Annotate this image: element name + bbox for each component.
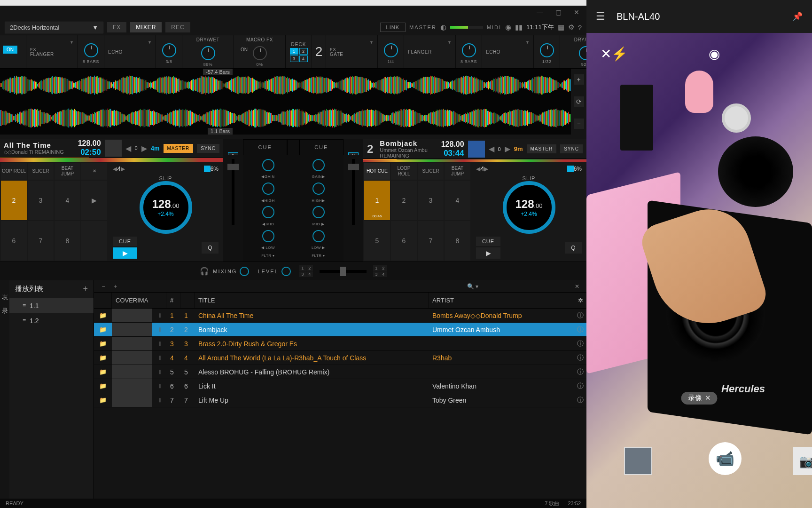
pad-b-1[interactable]: 100:46 bbox=[364, 181, 390, 220]
col-cover[interactable]: COVERIMA bbox=[112, 293, 152, 308]
fx2-s3-knob[interactable] bbox=[540, 43, 554, 57]
browser-collapse-icon[interactable]: − bbox=[100, 283, 107, 290]
fx2-slot2-select[interactable]: FLANGER▼ bbox=[404, 35, 456, 68]
midi-icon[interactable]: ◉ bbox=[505, 23, 511, 32]
deck-a-keylock-icon[interactable] bbox=[204, 166, 211, 172]
filter-b[interactable]: FLTR ▾ bbox=[312, 254, 325, 258]
fx1-slot2-select[interactable]: ECHO▼ bbox=[104, 35, 156, 68]
mid-a[interactable] bbox=[262, 206, 274, 218]
deck-b-cue[interactable]: CUE bbox=[476, 237, 500, 246]
deck-b-next-icon[interactable]: ▶ bbox=[505, 144, 510, 153]
pad-a-5[interactable]: 6 bbox=[1, 221, 27, 261]
deck-a-next-icon[interactable]: ▶ bbox=[141, 144, 147, 153]
fx1-drywet-knob[interactable] bbox=[201, 46, 215, 60]
wave-swap-icon[interactable]: ⟳ bbox=[574, 96, 584, 107]
pad-tab-hotcue[interactable]: HOT CUE bbox=[364, 163, 390, 180]
fx2-s1-knob[interactable] bbox=[384, 43, 398, 57]
low-a[interactable] bbox=[262, 230, 274, 242]
cue-a[interactable]: CUE bbox=[243, 139, 287, 155]
pad-b-6[interactable]: 6 bbox=[391, 221, 417, 261]
record-mode-badge[interactable]: 录像✕ bbox=[681, 392, 718, 405]
fx1-slot1-select[interactable]: FXFLANGER▼ bbox=[26, 35, 78, 68]
low-b[interactable] bbox=[312, 230, 325, 242]
win-close-icon[interactable]: ✕ bbox=[574, 8, 579, 16]
deck-b-master[interactable]: MASTER bbox=[527, 144, 557, 153]
deck-b-sync[interactable]: SYNC bbox=[560, 144, 583, 153]
deck-a-overview[interactable] bbox=[0, 158, 223, 162]
pad-a-4[interactable]: ▶ bbox=[81, 181, 107, 220]
fx1-slot1-knob[interactable] bbox=[84, 43, 98, 57]
mid-b[interactable] bbox=[312, 206, 325, 218]
deck-b-prev-icon[interactable]: ◀ bbox=[489, 144, 494, 153]
pad-a-1[interactable]: 2 bbox=[1, 181, 27, 220]
playlist-item[interactable]: ≡1.2 bbox=[9, 313, 94, 328]
deck-a-quantize[interactable]: Q bbox=[202, 242, 219, 254]
high-a[interactable] bbox=[262, 183, 274, 195]
deck-b-jog[interactable]: 128.00 +2.4% bbox=[503, 181, 555, 234]
wave-zoom-out[interactable]: − bbox=[574, 119, 584, 129]
pad-tab-slicer[interactable]: SLICER bbox=[28, 163, 54, 180]
deck-b-keylock-icon[interactable] bbox=[567, 166, 574, 172]
fader-a[interactable] bbox=[232, 159, 234, 225]
col-hash[interactable]: # bbox=[166, 293, 180, 308]
browser-close-icon[interactable]: ✕ bbox=[573, 283, 581, 290]
pad-b-8[interactable]: 8 bbox=[445, 221, 470, 261]
fx1-slot2-knob[interactable] bbox=[162, 43, 176, 57]
track-row[interactable]: 📁⦀44All Around The World (La La La)-R3ha… bbox=[94, 351, 586, 365]
phone-menu-icon[interactable]: ☰ bbox=[596, 10, 605, 23]
mixing-knob[interactable] bbox=[240, 267, 249, 276]
fx2-s2-knob[interactable] bbox=[462, 43, 476, 57]
fx2-slot1-select[interactable]: FXGATE▼ bbox=[326, 35, 378, 68]
deck-b-jognum-dec[interactable]: ◀ bbox=[476, 166, 480, 172]
track-row[interactable]: 📁⦀22BombjackUmmet Ozcan Ambushⓘ bbox=[94, 323, 586, 337]
photo-button[interactable]: 📷 bbox=[793, 447, 812, 475]
portrait-icon[interactable]: ◉ bbox=[709, 46, 720, 62]
deck-a-cue[interactable]: CUE bbox=[113, 237, 137, 246]
pad-tab-looproll-b[interactable]: LOOP ROLL bbox=[391, 163, 417, 180]
xfade-assign-left[interactable]: 1234 bbox=[299, 265, 313, 277]
deck-a-jog[interactable]: 128.00 +2.4% bbox=[140, 181, 192, 234]
master-limiter-icon[interactable]: ◐ bbox=[440, 23, 446, 32]
gain-a[interactable] bbox=[262, 159, 274, 171]
crossfader[interactable] bbox=[320, 270, 367, 273]
phone-pin-icon[interactable]: 📌 bbox=[792, 11, 803, 22]
track-row[interactable]: 📁⦀77Lift Me UpToby Greenⓘ bbox=[94, 393, 586, 407]
pad-tab-slicer-b[interactable]: SLICER bbox=[418, 163, 444, 180]
pad-b-4[interactable]: 4 bbox=[445, 181, 470, 220]
browser-vertical-tabs[interactable]: 表 录 bbox=[0, 280, 9, 499]
track-row[interactable]: 📁⦀11China All The TimeBombs Away◇◇Donald… bbox=[94, 309, 586, 323]
deck-b-quantize[interactable]: Q bbox=[565, 242, 582, 254]
fx-toggle[interactable]: FX bbox=[107, 22, 126, 32]
fx2-slot3-select[interactable]: ECHO▼ bbox=[482, 35, 534, 68]
fader-b[interactable] bbox=[352, 159, 355, 225]
help-icon[interactable]: ? bbox=[578, 24, 582, 32]
deck-a-prev-icon[interactable]: ◀ bbox=[125, 144, 131, 153]
link-button[interactable]: LINK bbox=[380, 23, 406, 32]
win-max-icon[interactable]: ▢ bbox=[555, 8, 562, 16]
pad-a-3[interactable]: 4 bbox=[55, 181, 80, 220]
track-row[interactable]: 📁⦀33Brass 2.0-Dirty Rush & Gregor Esⓘ bbox=[94, 337, 586, 351]
level-knob[interactable] bbox=[281, 267, 291, 276]
gain-b[interactable] bbox=[312, 159, 325, 171]
add-playlist-icon[interactable]: + bbox=[83, 284, 88, 294]
waveform-display[interactable]: -57.4 Bars 1.1 Bars bbox=[0, 69, 571, 135]
pad-a-7[interactable]: 8 bbox=[55, 221, 80, 261]
track-row[interactable]: 📁⦀66Lick ItValentino Khanⓘ bbox=[94, 379, 586, 393]
browser-expand-icon[interactable]: + bbox=[112, 283, 119, 290]
pad-b-7[interactable]: 7 bbox=[418, 221, 444, 261]
pad-a-6[interactable]: 7 bbox=[28, 221, 54, 261]
track-row[interactable]: 📁⦀55Alesso BROHUG - Falling (BROHUG Remi… bbox=[94, 365, 586, 379]
deck-b-play[interactable]: ▶ bbox=[476, 247, 500, 259]
pad-tab-beatjump[interactable]: BEAT JUMP bbox=[55, 163, 80, 180]
gallery-thumbnail[interactable] bbox=[624, 447, 652, 475]
col-settings-icon[interactable]: ✲ bbox=[574, 293, 586, 308]
win-min-icon[interactable]: — bbox=[537, 8, 543, 16]
pad-b-2[interactable]: 2 bbox=[391, 181, 417, 220]
search-icon[interactable]: 🔍 ▾ bbox=[467, 283, 478, 290]
mixer-toggle[interactable]: MIXER bbox=[130, 22, 162, 32]
high-b[interactable] bbox=[312, 183, 325, 195]
deck-a-slip[interactable]: SLIP bbox=[159, 175, 172, 181]
deck-a-jognum-inc[interactable]: ▶ bbox=[121, 166, 125, 172]
xfade-assign-right[interactable]: 1234 bbox=[373, 265, 387, 277]
deck-a-master[interactable]: MASTER bbox=[164, 144, 194, 153]
